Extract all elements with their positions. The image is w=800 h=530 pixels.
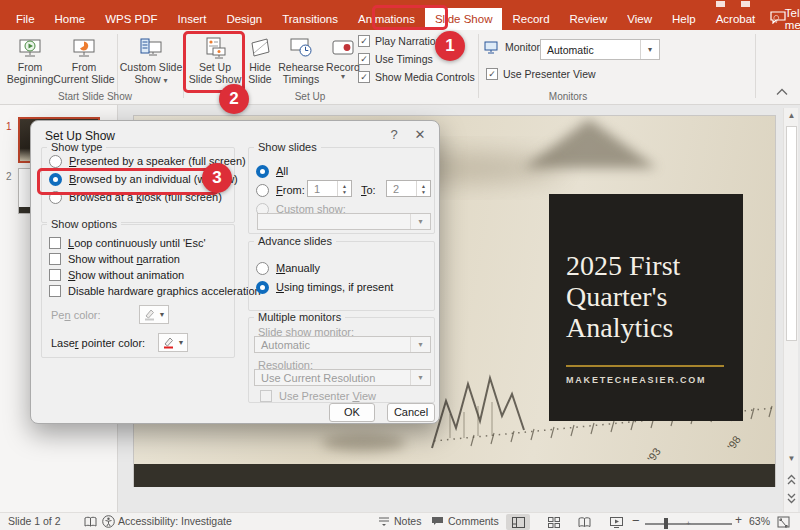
title-and-tab-bar: File Home WPS PDF Insert Design Transiti… xyxy=(0,0,800,30)
reading-view-button[interactable] xyxy=(572,514,596,530)
button-label: Timings xyxy=(283,73,319,85)
zoom-slider-thumb[interactable] xyxy=(664,518,668,529)
play-narrations-checkbox[interactable]: ✓ Play Narrations xyxy=(358,35,447,47)
tab-wps-pdf[interactable]: WPS PDF xyxy=(95,8,167,30)
hide-slide-button[interactable]: Hide Slide xyxy=(244,33,276,85)
monitor-select[interactable]: Automatic ▾ xyxy=(540,39,660,60)
ok-button[interactable]: OK xyxy=(329,403,375,422)
vertical-scrollbar[interactable]: ▲ ▼ xyxy=(783,108,798,512)
scrollbar-thumb[interactable] xyxy=(786,126,797,341)
fit-slide-to-window-icon[interactable] xyxy=(777,516,790,528)
next-slide-icon[interactable] xyxy=(787,492,796,504)
tab-transitions[interactable]: Transitions xyxy=(272,8,348,30)
radio-from-slides[interactable]: From: xyxy=(256,182,305,198)
from-slide-spinner[interactable]: 1 ▲▼ xyxy=(307,180,352,197)
chat-icon[interactable] xyxy=(770,11,786,24)
tab-view[interactable]: View xyxy=(617,8,662,30)
checkbox-use-presenter-view[interactable]: Use Presenter View xyxy=(260,388,376,404)
checkbox-loop-continuously[interactable]: Loop continuously until 'Esc' xyxy=(49,235,206,251)
button-label: From xyxy=(18,61,43,73)
previous-slide-icon[interactable] xyxy=(787,474,796,486)
spellcheck-book-icon[interactable] xyxy=(84,516,97,528)
dialog-close-button[interactable]: ✕ xyxy=(409,127,431,142)
dialog-help-button[interactable]: ? xyxy=(383,127,405,142)
slide-show-monitor-select[interactable]: Automatic ▾ xyxy=(254,336,431,353)
checkbox-icon xyxy=(49,237,61,249)
cancel-button[interactable]: Cancel xyxy=(387,403,435,422)
button-label: Current Slide xyxy=(53,73,114,85)
tell-me-label: Tell me xyxy=(785,7,800,31)
checkbox-icon xyxy=(49,253,61,265)
laser-color-icon xyxy=(162,336,175,349)
slide-show-view-button[interactable] xyxy=(604,514,628,530)
tab-record[interactable]: Record xyxy=(502,8,559,30)
zoom-level[interactable]: 63% xyxy=(749,515,770,527)
from-beginning-button[interactable]: From Beginning xyxy=(6,33,54,85)
accessibility-icon[interactable] xyxy=(102,515,115,528)
scroll-up-icon[interactable]: ▲ xyxy=(786,111,797,120)
to-slide-spinner[interactable]: 2 ▲▼ xyxy=(386,180,431,197)
slide-sorter-view-button[interactable] xyxy=(542,514,566,530)
checkbox-disable-hardware-acceleration[interactable]: Disable hardware graphics acceleration xyxy=(49,283,261,299)
slide-1-number: 1 xyxy=(6,121,12,132)
tab-file[interactable]: File xyxy=(6,8,45,30)
zoom-in-button[interactable]: + xyxy=(735,513,742,527)
powerpoint-window: File Home WPS PDF Insert Design Transiti… xyxy=(0,0,800,530)
tab-review[interactable]: Review xyxy=(560,8,618,30)
accessibility-status[interactable]: Accessibility: Investigate xyxy=(118,515,232,527)
pen-color-picker[interactable]: ▼ xyxy=(139,305,169,324)
checkbox-label: Use Presenter View xyxy=(503,68,596,80)
tab-acrobat[interactable]: Acrobat xyxy=(706,8,766,30)
from-current-slide-button[interactable]: From Current Slide xyxy=(54,33,114,85)
dropdown-arrow-icon[interactable]: ▾ xyxy=(640,40,659,59)
radio-manually[interactable]: Manually xyxy=(256,260,320,276)
tab-insert[interactable]: Insert xyxy=(168,8,217,30)
window-control-icon[interactable] xyxy=(741,1,750,7)
custom-slide-show-button[interactable]: Custom Slide Show ▾ xyxy=(120,33,182,85)
normal-view-button[interactable] xyxy=(506,514,530,530)
checkbox-show-without-animation[interactable]: Show without animation xyxy=(49,267,184,283)
checkbox-disabled-icon xyxy=(260,390,272,402)
scroll-down-icon[interactable]: ▼ xyxy=(786,454,797,463)
slide-title-line: 2025 First xyxy=(566,250,743,281)
notes-button[interactable]: Notes xyxy=(378,515,421,527)
custom-show-select[interactable]: ▾ xyxy=(257,213,431,230)
radio-selected-icon xyxy=(256,281,269,294)
checkbox-label: Show Media Controls xyxy=(375,71,475,83)
radio-all-slides[interactable]: All xyxy=(256,163,288,179)
checkbox-show-without-narration[interactable]: Show without narration xyxy=(49,251,180,267)
laser-pointer-color-label: Laser pointer color: xyxy=(51,335,145,351)
advance-slides-group xyxy=(248,241,435,311)
tab-home[interactable]: Home xyxy=(45,8,96,30)
use-presenter-view-checkbox[interactable]: ✓ Use Presenter View xyxy=(486,68,596,80)
tab-design[interactable]: Design xyxy=(216,8,272,30)
set-up-slide-show-button[interactable]: Set Up Slide Show xyxy=(187,33,243,85)
use-timings-checkbox[interactable]: ✓ Use Timings xyxy=(358,53,433,65)
show-type-label: Show type xyxy=(47,141,106,153)
custom-slide-show-icon xyxy=(138,33,164,61)
tab-slide-show[interactable]: Slide Show xyxy=(425,8,503,30)
spinner-arrows-icon[interactable]: ▲▼ xyxy=(416,181,430,196)
record-button[interactable]: Record ▾ xyxy=(325,33,361,81)
laser-pointer-color-picker[interactable]: ▼ xyxy=(158,333,188,352)
gold-divider-line xyxy=(566,365,724,367)
comments-button[interactable]: Comments xyxy=(431,515,499,527)
tab-help[interactable]: Help xyxy=(662,8,706,30)
from-slide-value: 1 xyxy=(308,181,337,196)
slide-title-block[interactable]: 2025 First Quarter's Analytics MAKETECHE… xyxy=(549,194,743,421)
spinner-arrows-icon[interactable]: ▲▼ xyxy=(337,181,351,196)
resolution-select[interactable]: Use Current Resolution ▾ xyxy=(254,369,431,386)
zoom-out-button[interactable]: − xyxy=(632,513,640,528)
tab-animations[interactable]: Animations xyxy=(348,8,425,30)
hide-slide-icon xyxy=(247,33,273,61)
rehearse-timings-button[interactable]: Rehearse Timings xyxy=(277,33,325,85)
collapse-ribbon-icon[interactable] xyxy=(776,88,788,96)
button-label: Beginning xyxy=(7,73,54,85)
show-media-controls-checkbox[interactable]: ✓ Show Media Controls xyxy=(358,71,475,83)
checkbox-check-icon: ✓ xyxy=(358,53,370,65)
radio-browsed-at-kiosk[interactable]: Browsed at a kiosk (full screen) xyxy=(49,189,222,205)
radio-using-timings[interactable]: Using timings, if present xyxy=(256,279,393,295)
monitor-select-value: Automatic xyxy=(541,44,640,56)
radio-icon xyxy=(49,155,62,168)
window-restore-icon[interactable] xyxy=(716,1,725,7)
